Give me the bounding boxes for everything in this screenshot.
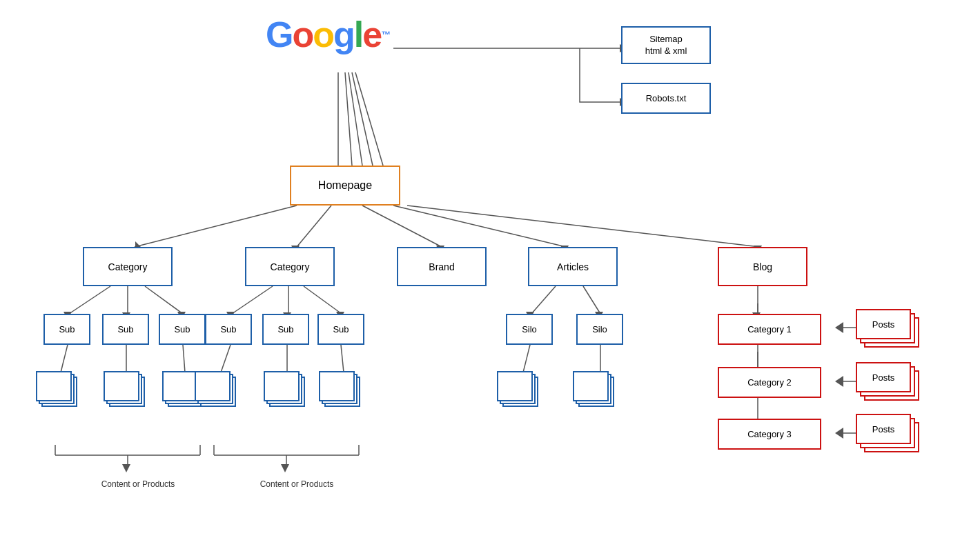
svg-line-35	[61, 345, 68, 372]
svg-line-1	[345, 72, 352, 166]
google-G: G	[266, 14, 292, 55]
svg-line-13	[362, 206, 442, 247]
svg-line-31	[531, 286, 556, 314]
svg-line-11	[297, 206, 331, 247]
silo1-node: Silo	[506, 314, 553, 345]
brand-node: Brand	[397, 247, 487, 286]
svg-line-9	[135, 206, 297, 247]
category2-node: Category	[245, 247, 335, 286]
robots-node: Robots.txt	[621, 83, 711, 114]
svg-line-19	[69, 286, 110, 314]
svg-marker-71	[835, 322, 843, 333]
silo2-node: Silo	[576, 314, 623, 345]
google-logo: G o o g l e ™	[266, 14, 389, 55]
svg-line-47	[523, 345, 530, 372]
sitemap-node: Sitemaphtml & xml	[621, 26, 711, 64]
svg-line-29	[304, 286, 342, 314]
google-g: g	[333, 14, 354, 55]
svg-marker-60	[281, 464, 289, 472]
blog-node: Blog	[718, 247, 807, 286]
category1-node: Category	[83, 247, 173, 286]
svg-line-39	[183, 345, 185, 372]
svg-line-15	[393, 206, 566, 247]
svg-marker-75	[835, 428, 843, 439]
sub1b-node: Sub	[102, 314, 149, 345]
articles-node: Articles	[528, 247, 618, 286]
svg-line-45	[341, 345, 344, 372]
google-l: l	[354, 14, 362, 55]
google-e: e	[362, 14, 381, 55]
sub2c-node: Sub	[317, 314, 364, 345]
google-tm: ™	[381, 29, 389, 40]
svg-line-2	[349, 72, 362, 166]
content2-label: Content or Products	[242, 476, 352, 492]
svg-line-41	[221, 345, 231, 372]
svg-line-17	[407, 206, 759, 247]
svg-marker-55	[122, 464, 130, 472]
sub2b-node: Sub	[262, 314, 309, 345]
sub1c-node: Sub	[159, 314, 206, 345]
sub1a-node: Sub	[43, 314, 90, 345]
svg-line-25	[232, 286, 273, 314]
google-o2: o	[313, 14, 333, 55]
google-o1: o	[292, 14, 313, 55]
blogcat1-node: Category 1	[718, 314, 821, 345]
sub2a-node: Sub	[205, 314, 252, 345]
diagram: G o o g l e ™ Sitemaphtml & xml Robots.t…	[0, 0, 980, 560]
svg-line-23	[145, 286, 183, 314]
homepage-node: Homepage	[290, 166, 400, 206]
svg-marker-73	[835, 376, 843, 387]
svg-line-33	[583, 286, 600, 314]
svg-line-4	[355, 72, 383, 166]
content1-label: Content or Products	[83, 476, 193, 492]
blogcat3-node: Category 3	[718, 419, 821, 450]
svg-line-3	[352, 72, 373, 166]
blogcat2-node: Category 2	[718, 367, 821, 398]
